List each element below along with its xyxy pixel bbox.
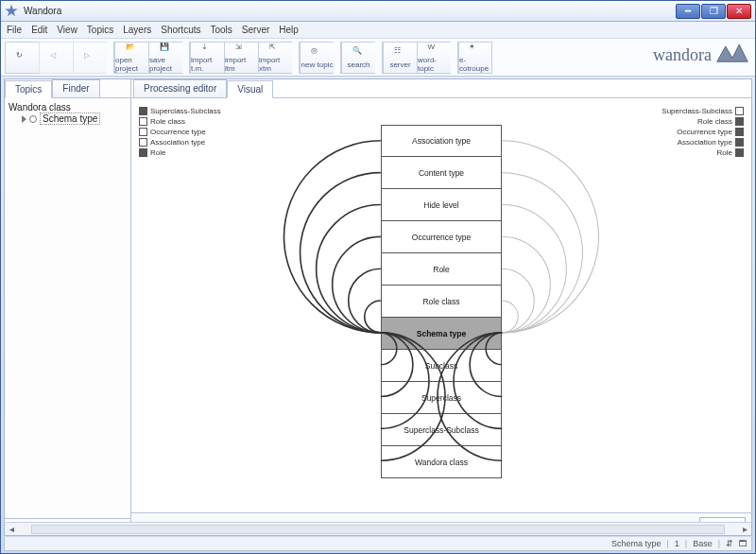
server-icon: ☷ (394, 46, 407, 60)
client-area: Topics Finder Wandora class Schema type … (4, 78, 752, 536)
scroll-left-icon[interactable]: ◂ (5, 523, 18, 536)
maximize-button[interactable]: ❐ (701, 4, 726, 19)
status-icon-b[interactable]: 🗔 (739, 539, 747, 548)
status-context: Schema type (611, 539, 662, 548)
topic-tree[interactable]: Wandora class Schema type (5, 98, 130, 518)
toolbar-import-xtm[interactable]: ⇱import xtm (258, 42, 292, 74)
editor-tabs: Processing editor Visual (131, 79, 751, 98)
cube-icon: ◎ (311, 46, 324, 60)
menu-tools[interactable]: Tools (210, 25, 232, 35)
toolbar-server[interactable]: ☷server (383, 42, 417, 74)
save-icon: 💾 (160, 43, 173, 55)
toolbar-fwd[interactable]: ▷ (73, 42, 107, 74)
toolbar-ecotroupe[interactable]: ✶e-cotroupe (458, 42, 492, 74)
tree-child-label[interactable]: Schema type (40, 113, 100, 125)
menu-shortcuts[interactable]: Shortcuts (161, 25, 200, 35)
status-layer: Base (693, 539, 713, 548)
toolbar-save-project[interactable]: 💾save project (148, 42, 182, 74)
toolbar: ↻◁▷📂open project💾save project⇣import t.m… (1, 39, 755, 77)
toolbar-back[interactable]: ◁ (39, 42, 73, 74)
menu-view[interactable]: View (57, 25, 77, 35)
import-icon: ⇣ (201, 43, 215, 55)
tree-o-icon (29, 115, 37, 123)
arc-edges (131, 98, 751, 512)
toolbar-import-tm[interactable]: ⇣import t.m. (190, 42, 224, 74)
tab-visual[interactable]: Visual (227, 80, 273, 98)
toolbar-open-project[interactable]: 📂open project (114, 42, 148, 74)
tree-root[interactable]: Wandora class (9, 102, 127, 113)
menu-edit[interactable]: Edit (31, 25, 47, 35)
tree-expand-icon[interactable] (22, 115, 26, 123)
status-icon-a[interactable]: ⇵ (726, 539, 733, 548)
title-bar[interactable]: Wandora ━ ❐ ✕ (1, 1, 755, 22)
menu-topics[interactable]: Topics (87, 25, 113, 35)
status-count: 1 (675, 539, 679, 548)
search-icon: 🔍 (352, 46, 366, 60)
brand-logo: wandora (653, 43, 749, 67)
tri-right-icon: ▷ (84, 51, 97, 64)
window-frame: Wandora ━ ❐ ✕ FileEditViewTopicsLayersSh… (0, 0, 756, 554)
scroll-tray[interactable] (31, 525, 725, 534)
toolbar-import-ltm[interactable]: ⇲import ltm (224, 42, 258, 74)
sidebar-tabs: Topics Finder (5, 79, 130, 98)
window-title: Wandora (24, 6, 676, 16)
right-pane: Processing editor Visual Superclass-Subc… (131, 79, 751, 535)
tri-left-icon: ◁ (50, 51, 63, 64)
tab-processing-editor[interactable]: Processing editor (133, 79, 227, 97)
tree-child[interactable]: Schema type (22, 113, 127, 125)
close-button[interactable]: ✕ (727, 4, 751, 19)
import3-icon: ⇱ (269, 43, 283, 55)
minimize-button[interactable]: ━ (676, 4, 700, 19)
menu-server[interactable]: Server (242, 25, 269, 35)
tab-topics[interactable]: Topics (5, 80, 52, 98)
toolbar-refresh[interactable]: ↻ (5, 42, 39, 74)
menu-help[interactable]: Help (279, 25, 299, 35)
word-icon: W (428, 43, 441, 55)
shape-icon: ✶ (469, 43, 482, 55)
open-icon: 📂 (126, 43, 139, 55)
menu-bar[interactable]: FileEditViewTopicsLayersShortcutsToolsSe… (1, 22, 755, 39)
sidebar: Topics Finder Wandora class Schema type … (5, 79, 131, 535)
status-bar: Schema type | 1 | Base | ⇵ 🗔 (4, 537, 752, 551)
visualization-canvas[interactable]: Superclass-SubclassRole classOccurrence … (131, 98, 751, 512)
toolbar-new-topic[interactable]: ◎new topic (300, 42, 334, 74)
toolbar-word-topic[interactable]: Wword-topic (417, 42, 451, 74)
refresh-icon: ↻ (16, 51, 29, 64)
app-icon (5, 5, 18, 18)
h-scrollbar[interactable]: ◂ ▸ (5, 522, 751, 535)
menu-file[interactable]: File (7, 25, 22, 35)
svg-marker-0 (717, 44, 747, 61)
import2-icon: ⇲ (235, 43, 249, 55)
menu-layers[interactable]: Layers (123, 25, 151, 35)
scroll-right-icon[interactable]: ▸ (738, 523, 751, 536)
tab-finder[interactable]: Finder (52, 79, 99, 97)
toolbar-search[interactable]: 🔍search (341, 42, 375, 74)
